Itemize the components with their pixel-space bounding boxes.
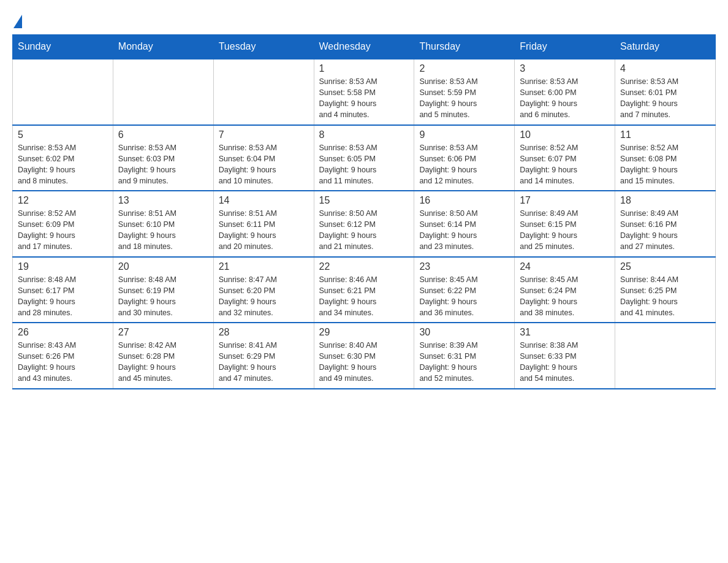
day-info: Sunrise: 8:53 AM Sunset: 6:02 PM Dayligh…: [18, 142, 108, 187]
day-info: Sunrise: 8:52 AM Sunset: 6:09 PM Dayligh…: [18, 208, 108, 253]
calendar-cell: 25Sunrise: 8:44 AM Sunset: 6:25 PM Dayli…: [615, 257, 716, 323]
day-number: 5: [18, 129, 108, 140]
day-number: 4: [620, 63, 710, 74]
day-number: 21: [219, 261, 309, 272]
day-info: Sunrise: 8:53 AM Sunset: 5:59 PM Dayligh…: [419, 76, 509, 121]
day-number: 25: [620, 261, 710, 272]
calendar-cell: 7Sunrise: 8:53 AM Sunset: 6:04 PM Daylig…: [213, 125, 314, 191]
calendar-cell: 1Sunrise: 8:53 AM Sunset: 5:58 PM Daylig…: [314, 59, 414, 125]
day-info: Sunrise: 8:52 AM Sunset: 6:07 PM Dayligh…: [520, 142, 610, 187]
calendar-cell: 27Sunrise: 8:42 AM Sunset: 6:28 PM Dayli…: [113, 323, 213, 389]
day-info: Sunrise: 8:45 AM Sunset: 6:22 PM Dayligh…: [419, 274, 509, 319]
day-number: 20: [118, 261, 208, 272]
calendar-cell: 28Sunrise: 8:41 AM Sunset: 6:29 PM Dayli…: [213, 323, 314, 389]
calendar-cell: 13Sunrise: 8:51 AM Sunset: 6:10 PM Dayli…: [113, 191, 213, 257]
calendar-cell: 8Sunrise: 8:53 AM Sunset: 6:05 PM Daylig…: [314, 125, 414, 191]
page-header: [12, 12, 716, 28]
day-number: 31: [520, 327, 610, 338]
day-info: Sunrise: 8:52 AM Sunset: 6:08 PM Dayligh…: [620, 142, 710, 187]
header-sunday: Sunday: [13, 35, 113, 59]
day-number: 22: [319, 261, 409, 272]
header-saturday: Saturday: [615, 35, 716, 59]
day-info: Sunrise: 8:53 AM Sunset: 6:01 PM Dayligh…: [620, 76, 710, 121]
calendar-cell: 5Sunrise: 8:53 AM Sunset: 6:02 PM Daylig…: [13, 125, 113, 191]
day-number: 11: [620, 129, 710, 140]
day-info: Sunrise: 8:51 AM Sunset: 6:10 PM Dayligh…: [118, 208, 208, 253]
day-number: 8: [319, 129, 409, 140]
calendar-cell: 16Sunrise: 8:50 AM Sunset: 6:14 PM Dayli…: [414, 191, 515, 257]
day-info: Sunrise: 8:53 AM Sunset: 5:58 PM Dayligh…: [319, 76, 409, 121]
calendar-cell: 10Sunrise: 8:52 AM Sunset: 6:07 PM Dayli…: [515, 125, 615, 191]
calendar-cell: [113, 59, 213, 125]
day-number: 26: [18, 327, 108, 338]
calendar-cell: 24Sunrise: 8:45 AM Sunset: 6:24 PM Dayli…: [515, 257, 615, 323]
day-info: Sunrise: 8:48 AM Sunset: 6:19 PM Dayligh…: [118, 274, 208, 319]
calendar-cell: 23Sunrise: 8:45 AM Sunset: 6:22 PM Dayli…: [414, 257, 515, 323]
day-number: 23: [419, 261, 509, 272]
day-info: Sunrise: 8:53 AM Sunset: 6:00 PM Dayligh…: [520, 76, 610, 121]
calendar-cell: 14Sunrise: 8:51 AM Sunset: 6:11 PM Dayli…: [213, 191, 314, 257]
day-info: Sunrise: 8:47 AM Sunset: 6:20 PM Dayligh…: [219, 274, 309, 319]
day-number: 29: [319, 327, 409, 338]
day-info: Sunrise: 8:53 AM Sunset: 6:06 PM Dayligh…: [419, 142, 509, 187]
day-number: 3: [520, 63, 610, 74]
day-number: 24: [520, 261, 610, 272]
header-wednesday: Wednesday: [314, 35, 414, 59]
calendar-cell: 21Sunrise: 8:47 AM Sunset: 6:20 PM Dayli…: [213, 257, 314, 323]
day-info: Sunrise: 8:50 AM Sunset: 6:12 PM Dayligh…: [319, 208, 409, 253]
day-number: 30: [419, 327, 509, 338]
calendar-cell: 4Sunrise: 8:53 AM Sunset: 6:01 PM Daylig…: [615, 59, 716, 125]
day-info: Sunrise: 8:43 AM Sunset: 6:26 PM Dayligh…: [18, 340, 108, 385]
calendar-cell: 31Sunrise: 8:38 AM Sunset: 6:33 PM Dayli…: [515, 323, 615, 389]
calendar-week-row: 12Sunrise: 8:52 AM Sunset: 6:09 PM Dayli…: [13, 191, 716, 257]
day-info: Sunrise: 8:49 AM Sunset: 6:16 PM Dayligh…: [620, 208, 710, 253]
day-number: 19: [18, 261, 108, 272]
day-info: Sunrise: 8:46 AM Sunset: 6:21 PM Dayligh…: [319, 274, 409, 319]
day-info: Sunrise: 8:42 AM Sunset: 6:28 PM Dayligh…: [118, 340, 208, 385]
day-number: 14: [219, 195, 309, 206]
day-number: 13: [118, 195, 208, 206]
calendar-cell: 6Sunrise: 8:53 AM Sunset: 6:03 PM Daylig…: [113, 125, 213, 191]
day-number: 18: [620, 195, 710, 206]
calendar-week-row: 5Sunrise: 8:53 AM Sunset: 6:02 PM Daylig…: [13, 125, 716, 191]
calendar-cell: 17Sunrise: 8:49 AM Sunset: 6:15 PM Dayli…: [515, 191, 615, 257]
day-info: Sunrise: 8:53 AM Sunset: 6:03 PM Dayligh…: [118, 142, 208, 187]
calendar-cell: 30Sunrise: 8:39 AM Sunset: 6:31 PM Dayli…: [414, 323, 515, 389]
calendar-cell: 2Sunrise: 8:53 AM Sunset: 5:59 PM Daylig…: [414, 59, 515, 125]
calendar-week-row: 19Sunrise: 8:48 AM Sunset: 6:17 PM Dayli…: [13, 257, 716, 323]
header-friday: Friday: [515, 35, 615, 59]
calendar-cell: 3Sunrise: 8:53 AM Sunset: 6:00 PM Daylig…: [515, 59, 615, 125]
day-number: 9: [419, 129, 509, 140]
header-thursday: Thursday: [414, 35, 515, 59]
calendar-cell: 9Sunrise: 8:53 AM Sunset: 6:06 PM Daylig…: [414, 125, 515, 191]
day-info: Sunrise: 8:53 AM Sunset: 6:04 PM Dayligh…: [219, 142, 309, 187]
day-number: 16: [419, 195, 509, 206]
calendar-week-row: 1Sunrise: 8:53 AM Sunset: 5:58 PM Daylig…: [13, 59, 716, 125]
calendar-body: 1Sunrise: 8:53 AM Sunset: 5:58 PM Daylig…: [13, 59, 716, 389]
day-info: Sunrise: 8:51 AM Sunset: 6:11 PM Dayligh…: [219, 208, 309, 253]
day-info: Sunrise: 8:39 AM Sunset: 6:31 PM Dayligh…: [419, 340, 509, 385]
weekday-header-row: Sunday Monday Tuesday Wednesday Thursday…: [13, 35, 716, 59]
calendar-week-row: 26Sunrise: 8:43 AM Sunset: 6:26 PM Dayli…: [13, 323, 716, 389]
day-info: Sunrise: 8:49 AM Sunset: 6:15 PM Dayligh…: [520, 208, 610, 253]
calendar-cell: 18Sunrise: 8:49 AM Sunset: 6:16 PM Dayli…: [615, 191, 716, 257]
day-number: 28: [219, 327, 309, 338]
day-number: 15: [319, 195, 409, 206]
day-number: 10: [520, 129, 610, 140]
day-number: 1: [319, 63, 409, 74]
calendar-table: Sunday Monday Tuesday Wednesday Thursday…: [12, 34, 716, 389]
day-info: Sunrise: 8:50 AM Sunset: 6:14 PM Dayligh…: [419, 208, 509, 253]
calendar-cell: 20Sunrise: 8:48 AM Sunset: 6:19 PM Dayli…: [113, 257, 213, 323]
calendar-cell: 22Sunrise: 8:46 AM Sunset: 6:21 PM Dayli…: [314, 257, 414, 323]
day-info: Sunrise: 8:45 AM Sunset: 6:24 PM Dayligh…: [520, 274, 610, 319]
day-number: 12: [18, 195, 108, 206]
day-number: 7: [219, 129, 309, 140]
day-number: 27: [118, 327, 208, 338]
header-monday: Monday: [113, 35, 213, 59]
day-number: 2: [419, 63, 509, 74]
calendar-cell: [615, 323, 716, 389]
calendar-cell: 19Sunrise: 8:48 AM Sunset: 6:17 PM Dayli…: [13, 257, 113, 323]
day-number: 17: [520, 195, 610, 206]
logo: [12, 12, 22, 28]
day-info: Sunrise: 8:53 AM Sunset: 6:05 PM Dayligh…: [319, 142, 409, 187]
